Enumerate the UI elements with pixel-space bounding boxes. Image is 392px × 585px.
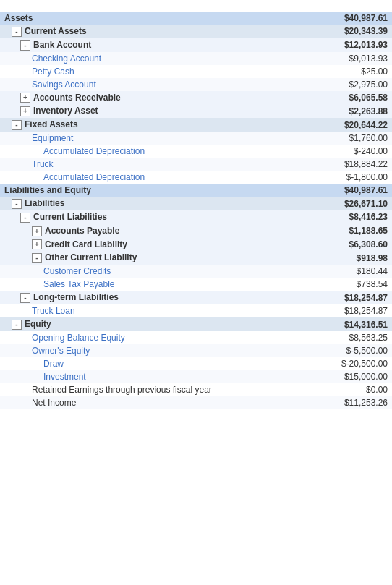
table-row: Liabilities and Equity$40,987.61	[0, 184, 392, 197]
row-label: Liabilities and Equity	[4, 185, 91, 195]
table-row: Truck$18,884.22	[0, 158, 392, 171]
table-row: Owner's Equity$-5,500.00	[0, 344, 392, 357]
table-row: Customer Credits$180.44	[0, 265, 392, 278]
toggle-icon[interactable]: -	[12, 320, 22, 330]
row-amount: $20,343.39	[312, 25, 392, 38]
balance-sheet-table: Assets$40,987.61-Current Assets$20,343.3…	[0, 12, 392, 409]
row-amount: $1,188.65	[312, 224, 392, 238]
row-amount: $8,416.23	[312, 210, 392, 224]
row-amount: $6,308.60	[312, 238, 392, 252]
table-row: Investment$15,000.00	[0, 370, 392, 383]
table-row: -Equity$14,316.51	[0, 317, 392, 331]
toggle-icon[interactable]: +	[20, 106, 30, 116]
table-row: -Long-term Liabilities$18,254.87	[0, 291, 392, 304]
row-label: Net Income	[32, 398, 76, 408]
row-amount: $20,644.22	[312, 118, 392, 132]
toggle-icon[interactable]: +	[32, 226, 42, 236]
row-amount: $12,013.93	[312, 38, 392, 52]
table-row: -Liabilities$26,671.10	[0, 197, 392, 210]
row-label: Credit Card Liability	[45, 239, 127, 249]
row-label[interactable]: Truck Loan	[32, 306, 75, 316]
row-amount: $18,884.22	[312, 158, 392, 171]
row-label[interactable]: Accumulated Depreciation	[43, 146, 145, 156]
row-amount: $0.00	[312, 383, 392, 396]
row-amount: $40,987.61	[312, 184, 392, 197]
row-label[interactable]: Accumulated Depreciation	[43, 172, 145, 182]
toggle-icon[interactable]: +	[32, 239, 42, 249]
table-row: Petty Cash$25.00	[0, 65, 392, 78]
row-label: Accounts Receivable	[33, 93, 121, 103]
row-amount: $2,263.88	[312, 104, 392, 118]
row-amount: $-1,800.00	[312, 171, 392, 184]
row-amount: $25.00	[312, 65, 392, 78]
row-label[interactable]: Investment	[43, 372, 86, 382]
row-label: Liabilities	[25, 198, 64, 208]
table-row: -Bank Account$12,013.93	[0, 38, 392, 52]
row-label: Assets	[4, 13, 33, 23]
toggle-icon[interactable]: -	[32, 253, 42, 263]
table-row: +Accounts Payable$1,188.65	[0, 224, 392, 238]
row-amount: $1,760.00	[312, 132, 392, 145]
toggle-icon[interactable]: -	[20, 213, 30, 223]
table-row: Checking Account$9,013.93	[0, 52, 392, 65]
row-label[interactable]: Opening Balance Equity	[32, 333, 125, 343]
row-label: Current Liabilities	[33, 212, 107, 222]
toggle-icon[interactable]: -	[20, 293, 30, 303]
row-amount: $11,253.26	[312, 396, 392, 409]
toggle-icon[interactable]: +	[20, 93, 30, 103]
row-label: Other Current Liability	[45, 252, 137, 262]
toggle-icon[interactable]: -	[12, 199, 22, 209]
row-amount: $-20,500.00	[312, 357, 392, 370]
row-label[interactable]: Equipment	[32, 133, 73, 143]
table-row: Assets$40,987.61	[0, 12, 392, 25]
table-row: +Accounts Receivable$6,065.58	[0, 91, 392, 105]
row-amount: $40,987.61	[312, 12, 392, 25]
row-amount: $6,065.58	[312, 91, 392, 105]
row-label[interactable]: Truck	[32, 159, 54, 169]
toggle-icon[interactable]: -	[12, 120, 22, 130]
row-amount: $14,316.51	[312, 317, 392, 331]
row-amount: $18,254.87	[312, 291, 392, 304]
row-amount: $9,013.93	[312, 52, 392, 65]
row-label: Retained Earnings through previous fisca…	[32, 385, 212, 395]
row-amount: $180.44	[312, 265, 392, 278]
row-amount: $15,000.00	[312, 370, 392, 383]
table-row: -Current Liabilities$8,416.23	[0, 210, 392, 224]
table-row: Draw$-20,500.00	[0, 357, 392, 370]
row-label[interactable]: Owner's Equity	[32, 346, 90, 356]
row-label: Current Assets	[25, 26, 87, 36]
toggle-icon[interactable]: -	[12, 27, 22, 37]
row-amount: $18,254.87	[312, 304, 392, 317]
row-label[interactable]: Customer Credits	[43, 266, 111, 276]
row-label: Inventory Asset	[33, 106, 98, 116]
table-row: -Other Current Liability$918.98	[0, 251, 392, 265]
row-label: Fixed Assets	[25, 119, 78, 129]
row-amount: $918.98	[312, 251, 392, 265]
row-label[interactable]: Draw	[43, 359, 64, 369]
row-label: Equity	[25, 319, 51, 329]
row-label: Bank Account	[33, 40, 91, 50]
table-row: Net Income$11,253.26	[0, 396, 392, 409]
table-row: Accumulated Depreciation$-1,800.00	[0, 171, 392, 184]
row-amount: $2,975.00	[312, 78, 392, 91]
table-row: Truck Loan$18,254.87	[0, 304, 392, 317]
row-label[interactable]: Savings Account	[32, 80, 96, 90]
table-row: Opening Balance Equity$8,563.25	[0, 331, 392, 344]
row-amount: $738.54	[312, 278, 392, 291]
table-row: Equipment$1,760.00	[0, 132, 392, 145]
table-row: Savings Account$2,975.00	[0, 78, 392, 91]
table-row: +Credit Card Liability$6,308.60	[0, 238, 392, 252]
table-row: +Inventory Asset$2,263.88	[0, 104, 392, 118]
row-label[interactable]: Checking Account	[32, 54, 101, 64]
row-label[interactable]: Petty Cash	[32, 67, 74, 77]
report-header	[0, 0, 392, 12]
row-label[interactable]: Sales Tax Payable	[43, 279, 115, 289]
row-amount: $-5,500.00	[312, 344, 392, 357]
row-label: Accounts Payable	[45, 226, 119, 236]
table-row: Retained Earnings through previous fisca…	[0, 383, 392, 396]
row-amount: $26,671.10	[312, 197, 392, 210]
row-amount: $-240.00	[312, 145, 392, 158]
table-row: -Fixed Assets$20,644.22	[0, 118, 392, 132]
table-row: -Current Assets$20,343.39	[0, 25, 392, 38]
toggle-icon[interactable]: -	[20, 40, 30, 51]
